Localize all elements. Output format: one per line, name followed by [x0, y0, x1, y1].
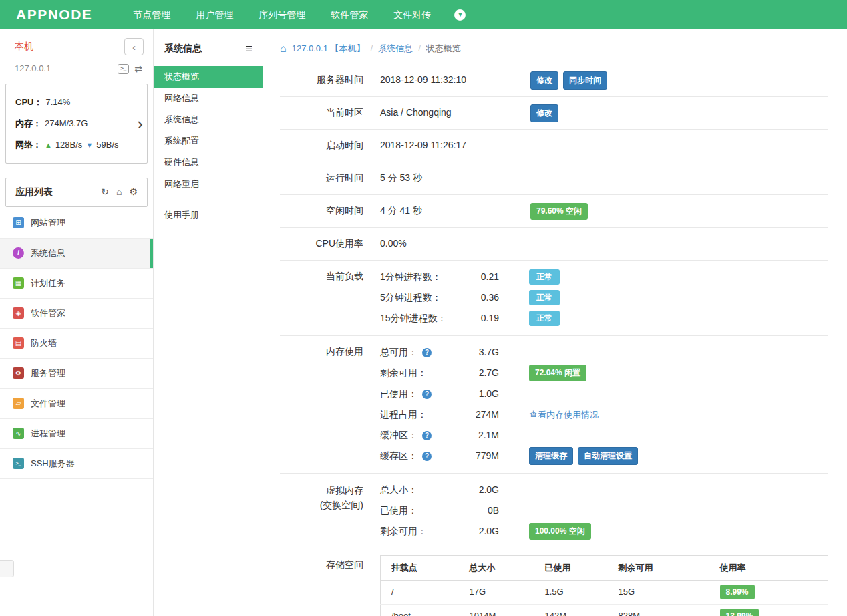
- memory-idle-badge: 72.04% 闲置: [529, 365, 586, 381]
- gear-icon[interactable]: ⚙: [129, 186, 138, 199]
- nav-serial-management[interactable]: 序列号管理: [246, 0, 318, 29]
- memory-process-label: 进程占用：: [380, 408, 427, 422]
- memory-usage-detail-link[interactable]: 查看内存使用情况: [529, 409, 599, 421]
- submenu-item-system-info[interactable]: 系统信息: [154, 109, 263, 130]
- home-icon[interactable]: ⌂: [280, 43, 287, 54]
- submenu-item-status-overview[interactable]: 状态概览: [154, 66, 263, 88]
- load-1min-status-badge: 正常: [529, 269, 560, 285]
- memory-total-label: 总可用：: [380, 346, 417, 359]
- app-item-label: 计划任务: [31, 277, 65, 289]
- side-widget-tab[interactable]: [0, 560, 14, 577]
- server-stats-panel[interactable]: CPU： 7.14% 内存： 274M/3.7G 网络： ▲ 128B/s ▼ …: [5, 84, 148, 164]
- sidebar-item-processes[interactable]: ∿ 进程管理: [0, 419, 153, 449]
- sidebar-item-cron[interactable]: ▦ 计划任务: [0, 269, 153, 299]
- help-icon[interactable]: ?: [422, 390, 432, 399]
- submenu-item-network-restart[interactable]: 网络重启: [154, 174, 263, 195]
- breadcrumb-separator: /: [418, 43, 421, 55]
- help-icon[interactable]: ?: [422, 452, 432, 461]
- swap-total-row: 总大小： 2.0G: [380, 480, 591, 500]
- app-item-label: 进程管理: [31, 428, 65, 440]
- memory-stat: 内存： 274M/3.7G: [15, 113, 130, 134]
- sidebar-item-ssh[interactable]: >_ SSH服务器: [0, 449, 153, 479]
- sync-time-button[interactable]: 同步时间: [563, 71, 607, 90]
- network-down-value: 59B/s: [96, 134, 118, 156]
- network-up-value: 128B/s: [55, 134, 82, 156]
- modify-time-button[interactable]: 修改: [530, 71, 558, 90]
- storage-header-total: 总大小: [459, 556, 534, 581]
- app-item-label: 文件管理: [31, 398, 65, 410]
- home-icon[interactable]: ⌂: [116, 186, 122, 199]
- modify-timezone-button[interactable]: 修改: [530, 104, 558, 122]
- storage-mount: /: [381, 581, 459, 604]
- swap-label: 虚拟内存 (交换空间): [280, 480, 380, 512]
- network-stat-label: 网络：: [15, 134, 41, 156]
- idle-time-value: 4 分 41 秒: [380, 204, 530, 218]
- server-time-label: 服务器时间: [280, 73, 380, 87]
- nav-software-manager[interactable]: 软件管家: [318, 0, 381, 29]
- row-boot-time: 启动时间 2018-12-09 11:26:17: [280, 130, 828, 162]
- breadcrumb-separator: /: [371, 43, 373, 55]
- boot-time-label: 启动时间: [280, 139, 380, 152]
- nav-node-management[interactable]: 节点管理: [120, 0, 183, 29]
- sidebar-item-system-info[interactable]: i 系统信息: [0, 239, 153, 269]
- sidebar-collapse-button[interactable]: ‹: [124, 38, 144, 55]
- submenu-item-hardware-info[interactable]: 硬件信息: [154, 152, 263, 173]
- load-15min-value: 0.19: [467, 312, 499, 325]
- app-item-label: SSH服务器: [31, 458, 75, 470]
- idle-percent-badge: 79.60% 空闲: [530, 203, 588, 220]
- submenu-item-system-config[interactable]: 系统配置: [154, 130, 263, 152]
- table-row: / 17G 1.5G 15G 8.99%: [381, 581, 828, 604]
- switch-server-icon[interactable]: ⇄: [134, 64, 142, 73]
- clear-cache-button[interactable]: 清理缓存: [529, 447, 573, 465]
- chevron-right-icon[interactable]: ›: [137, 112, 143, 136]
- system-info-submenu: 系统信息 ≡ 状态概览 网络信息 系统信息 系统配置 硬件信息 网络重启 使用手…: [154, 29, 263, 616]
- memory-label: 内存使用: [280, 342, 380, 359]
- submenu-item-manual[interactable]: 使用手册: [154, 204, 263, 226]
- app-item-label: 系统信息: [31, 247, 65, 259]
- help-icon[interactable]: ?: [422, 431, 432, 440]
- auto-clean-settings-button[interactable]: 自动清理设置: [578, 447, 638, 465]
- row-memory: 内存使用 总可用： ? 3.7G 剩余可用： 2.7G 72.04% 闲置 已: [280, 336, 828, 474]
- sidebar-item-files[interactable]: ▱ 文件管理: [0, 389, 153, 419]
- sidebar-item-website[interactable]: ⊞ 网站管理: [0, 208, 153, 239]
- appnode-logo[interactable]: APPNODE: [0, 5, 120, 24]
- refresh-icon[interactable]: ↻: [101, 186, 109, 199]
- timezone-value: Asia / Chongqing: [380, 106, 530, 120]
- storage-header-mount: 挂载点: [381, 556, 459, 581]
- breadcrumb-host-link[interactable]: 127.0.0.1 【本机】: [292, 43, 365, 55]
- submenu-item-network-info[interactable]: 网络信息: [154, 88, 263, 109]
- memory-stat-label: 内存：: [15, 113, 41, 134]
- memory-process-value: 274M: [467, 408, 499, 422]
- terminal-icon[interactable]: >_: [118, 64, 129, 74]
- folder-icon: ▱: [13, 398, 24, 409]
- row-storage: 存储空间 挂载点 总大小 已使用 剩余可用 使用率 / 17G: [280, 549, 828, 616]
- memory-free-label: 剩余可用：: [380, 367, 427, 380]
- server-name: 本机: [15, 40, 33, 53]
- breadcrumb-section-link[interactable]: 系统信息: [378, 43, 413, 55]
- storage-label: 存储空间: [280, 555, 380, 572]
- nav-more-button[interactable]: ▼: [444, 9, 476, 21]
- sidebar-item-services[interactable]: ⚙ 服务管理: [0, 359, 153, 389]
- uptime-label: 运行时间: [280, 172, 380, 185]
- swap-label-line1: 虚拟内存: [280, 483, 363, 498]
- help-icon[interactable]: ?: [422, 348, 432, 357]
- memory-used-row: 已使用： ? 1.0G: [380, 383, 638, 404]
- memory-cache-label: 缓存区：: [380, 450, 417, 463]
- cpu-stat-label: CPU：: [15, 92, 42, 113]
- memory-buffer-row: 缓冲区： ? 2.1M: [380, 425, 638, 446]
- app-item-label: 软件管家: [31, 307, 65, 319]
- sidebar-item-software-manager[interactable]: ◈ 软件管家: [0, 299, 153, 329]
- top-navbar: APPNODE 节点管理 用户管理 序列号管理 软件管家 文件对传 ▼: [0, 0, 847, 29]
- nav-user-management[interactable]: 用户管理: [183, 0, 246, 29]
- website-icon: ⊞: [13, 217, 24, 228]
- menu-icon[interactable]: ≡: [245, 43, 252, 55]
- chevron-down-icon: ▼: [454, 9, 466, 21]
- swap-free-label: 剩余可用：: [380, 525, 427, 538]
- storage-total: 1014M: [459, 604, 534, 616]
- storage-header-usage: 使用率: [709, 556, 828, 581]
- load-1min-row: 1分钟进程数： 0.21 正常: [380, 267, 560, 287]
- swap-total-label: 总大小：: [380, 484, 417, 497]
- sidebar-item-firewall[interactable]: ▤ 防火墙: [0, 329, 153, 359]
- server-ip: 127.0.0.1: [15, 63, 51, 75]
- nav-file-transfer[interactable]: 文件对传: [381, 0, 444, 29]
